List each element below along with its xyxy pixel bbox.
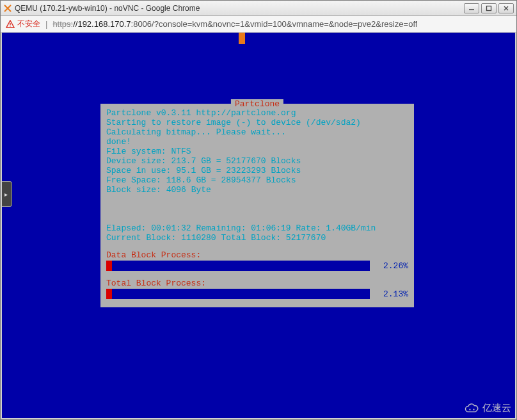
partclone-stats: Elapsed: 00:01:32 Remaining: 01:06:19 Ra… xyxy=(106,223,408,243)
total-block-bar-fill xyxy=(106,289,112,299)
svg-rect-2 xyxy=(10,26,10,26)
url-protocol-strike: https: xyxy=(52,19,73,29)
url-path: :8006/?console=kvm&novnc=1&vmid=100&vmna… xyxy=(131,19,418,29)
pc-use-value: 95.1 GB = 23223293 Blocks xyxy=(176,166,301,175)
insecure-label: 不安全 xyxy=(17,19,40,29)
data-block-bar-fill xyxy=(106,261,112,271)
pc-rate-value: 1.40GB/min xyxy=(326,223,376,233)
total-block-row: 2.13% xyxy=(106,289,408,299)
total-block-label: Total Block Process: xyxy=(106,279,408,288)
text-cursor xyxy=(239,33,245,44)
partclone-header-block: Partclone v0.3.11 http://partclone.org S… xyxy=(106,108,408,195)
chevron-right-icon: ▸ xyxy=(4,191,8,198)
pc-remaining-label: Remaining: xyxy=(191,223,251,233)
svg-point-4 xyxy=(473,408,474,410)
pc-version-line: Partclone v0.3.11 http://partclone.org xyxy=(106,108,296,118)
svg-rect-0 xyxy=(487,6,491,10)
url-text: https://192.168.170.7:8006/?console=kvm&… xyxy=(52,19,417,29)
total-block-bar xyxy=(106,289,370,299)
pc-curblk-value: 1110280 xyxy=(181,233,216,243)
pc-remaining-value: 01:06:19 xyxy=(251,223,290,233)
partclone-dialog: Partclone Partclone v0.3.11 http://partc… xyxy=(100,104,414,307)
watermark: 亿速云 xyxy=(463,402,511,414)
novnc-sidebar-tab[interactable]: ▸ xyxy=(1,181,12,207)
close-button[interactable] xyxy=(498,3,514,13)
window-titlebar[interactable]: QEMU (170.21-ywb-win10) - noVNC - Google… xyxy=(1,1,516,16)
pc-totblk-value: 52177670 xyxy=(286,233,326,243)
pc-elapsed-value: 00:01:32 xyxy=(151,223,191,233)
pc-dev-label: Device size: xyxy=(106,156,171,166)
pc-start-line-a: Starting to restore image (-) to device xyxy=(106,118,306,127)
pc-curblk-label: Current Block: xyxy=(106,233,181,243)
svg-point-3 xyxy=(469,408,470,410)
svg-rect-1 xyxy=(10,23,10,25)
spacer xyxy=(106,195,408,223)
partclone-dialog-title: Partclone xyxy=(231,99,283,109)
minimize-button[interactable] xyxy=(464,3,479,13)
pc-start-line-b: (/dev/sda2) xyxy=(306,118,361,127)
pc-calc-line: Calculating bitmap... Please wait... xyxy=(106,127,286,137)
pc-totblk-label: Total Block: xyxy=(216,233,286,243)
pc-free-value: 118.6 GB = 28954377 Blocks xyxy=(166,175,296,185)
app-x-icon xyxy=(3,4,12,13)
pc-free-label: Free Space: xyxy=(106,175,166,185)
url-separator: | xyxy=(45,19,47,29)
data-block-pct: 2.26% xyxy=(372,261,408,271)
pc-fs-label: File system: xyxy=(106,147,171,156)
cloud-icon xyxy=(463,403,480,414)
insecure-warning-icon xyxy=(6,20,15,29)
chrome-window: QEMU (170.21-ywb-win10) - noVNC - Google… xyxy=(0,0,517,420)
vnc-viewport[interactable]: ▸ Partclone Partclone v0.3.11 http://par… xyxy=(1,33,516,419)
total-block-pct: 2.13% xyxy=(372,289,408,299)
url-host: //192.168.170.7 xyxy=(73,19,131,29)
pc-dev-value: 213.7 GB = 52177670 Blocks xyxy=(171,156,301,166)
window-title: QEMU (170.21-ywb-win10) - noVNC - Google… xyxy=(15,4,464,13)
data-block-row: 2.26% xyxy=(106,261,408,271)
pc-blk-label: Block size: xyxy=(106,185,166,195)
pc-use-label: Space in use: xyxy=(106,166,176,175)
window-controls xyxy=(464,3,514,13)
pc-elapsed-label: Elapsed: xyxy=(106,223,151,233)
pc-blk-value: 4096 Byte xyxy=(166,185,211,195)
data-block-label: Data Block Process: xyxy=(106,250,408,260)
watermark-text: 亿速云 xyxy=(482,402,511,414)
pc-done-line: done! xyxy=(106,137,131,147)
pc-rate-label: Rate: xyxy=(291,223,326,233)
maximize-button[interactable] xyxy=(481,3,497,13)
pc-fs-value: NTFS xyxy=(171,147,191,156)
data-block-bar xyxy=(106,261,370,271)
address-bar[interactable]: 不安全 | https://192.168.170.7:8006/?consol… xyxy=(1,16,516,33)
